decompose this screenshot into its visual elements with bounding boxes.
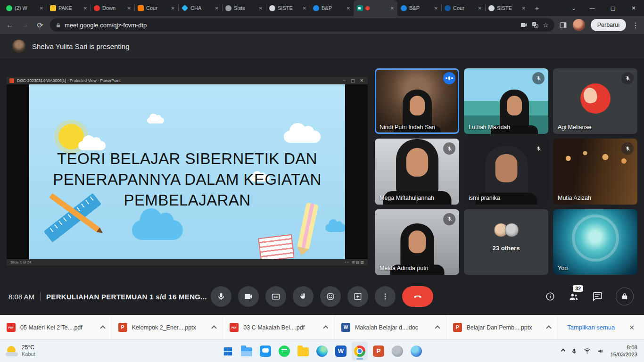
- tab-close-icon[interactable]: ✕: [522, 6, 526, 11]
- bookmark-star-icon[interactable]: ☆: [543, 21, 549, 29]
- participant-tile[interactable]: Nindi Putri Indah Sari: [375, 68, 459, 134]
- back-button[interactable]: ←: [5, 21, 15, 29]
- spotify-icon[interactable]: [276, 342, 292, 361]
- tab-close-icon[interactable]: ✕: [83, 6, 87, 11]
- chevron-up-icon[interactable]: [435, 325, 440, 330]
- participant-tile[interactable]: Melda Adinda putri: [375, 209, 459, 275]
- profile-avatar[interactable]: [573, 19, 585, 31]
- wifi-icon[interactable]: [584, 348, 591, 354]
- tab-close-icon[interactable]: ✕: [303, 6, 306, 11]
- browser-tab-meet-active[interactable]: ✕: [354, 0, 397, 16]
- file-explorer-icon[interactable]: [239, 342, 255, 361]
- chevron-up-icon[interactable]: [323, 325, 328, 330]
- mic-off-icon: [532, 142, 545, 155]
- browser-tab[interactable]: B&P✕: [310, 0, 354, 16]
- site-favicon-icon: [401, 5, 407, 11]
- browser-tab[interactable]: SISTE✕: [485, 0, 529, 16]
- tab-close-icon[interactable]: ✕: [127, 6, 131, 11]
- overflow-participants-tile[interactable]: 23 others: [464, 209, 548, 275]
- participant-tile[interactable]: ismi pranika: [464, 139, 548, 204]
- tray-clock[interactable]: 8:08 15/03/2023: [610, 344, 637, 358]
- forward-button[interactable]: →: [20, 21, 30, 29]
- captions-button[interactable]: CC: [265, 286, 286, 307]
- show-all-downloads-link[interactable]: Tampilkan semua: [567, 324, 615, 331]
- browser-tab[interactable]: Siste✕: [222, 0, 266, 16]
- meet-control-bar: 8:08 AM PERKULIAHAN PERTEMUAN 1 s/d 16 M…: [0, 278, 644, 315]
- ppt-minimize-icon[interactable]: –: [343, 78, 346, 83]
- window-close-button[interactable]: ✕: [623, 0, 644, 16]
- new-tab-button[interactable]: +: [531, 2, 543, 14]
- translate-icon[interactable]: Aa: [531, 21, 539, 29]
- chat-app-icon[interactable]: [257, 342, 273, 361]
- update-browser-button[interactable]: Perbarui: [591, 19, 626, 31]
- window-maximize-button[interactable]: ▢: [603, 0, 623, 16]
- browser-tab[interactable]: (2) W✕: [3, 0, 47, 16]
- side-panel-icon[interactable]: [559, 21, 567, 29]
- browser-menu-icon[interactable]: ⋮: [632, 21, 639, 30]
- chevron-up-icon[interactable]: [546, 325, 551, 330]
- end-call-button[interactable]: [402, 286, 433, 307]
- tab-search-icon[interactable]: ⌄: [566, 0, 582, 16]
- tab-close-icon[interactable]: ✕: [390, 6, 394, 11]
- window-minimize-button[interactable]: —: [582, 0, 603, 16]
- download-item[interactable]: P Belajar Dan Pemb....pptx: [446, 315, 558, 339]
- host-controls-lock-icon[interactable]: [616, 288, 634, 305]
- participants-icon[interactable]: 32: [569, 291, 579, 302]
- participant-tile[interactable]: Agi Melianse: [553, 68, 637, 134]
- powerpoint-taskbar-icon[interactable]: P: [371, 342, 387, 361]
- participant-tile[interactable]: Mega Miftahuljannah: [375, 139, 459, 204]
- ppt-maximize-icon[interactable]: ▢: [351, 78, 355, 83]
- chrome-icon-active[interactable]: [352, 342, 368, 361]
- view-mode-icons[interactable]: ⊞ ▤ ▥: [352, 260, 364, 264]
- misc-app-icon[interactable]: [408, 342, 424, 361]
- camera-button[interactable]: [238, 286, 259, 307]
- close-downloads-bar-icon[interactable]: ✕: [629, 324, 635, 331]
- volume-icon[interactable]: [597, 348, 604, 354]
- camera-in-use-icon[interactable]: [520, 21, 528, 29]
- participant-tile[interactable]: Mutia Azizah: [553, 139, 637, 204]
- download-item[interactable]: W Makalah Belajar d....doc: [335, 315, 446, 339]
- browser-tab[interactable]: CHA✕: [178, 0, 222, 16]
- raise-hand-button[interactable]: [293, 286, 314, 307]
- tray-overflow-chevron-icon[interactable]: [561, 349, 566, 354]
- participant-tile[interactable]: Lutfiah Mazidah: [464, 68, 548, 134]
- tray-mic-icon[interactable]: [571, 348, 578, 354]
- present-button[interactable]: [347, 286, 368, 307]
- tab-close-icon[interactable]: ✕: [347, 6, 350, 11]
- chevron-up-icon[interactable]: [212, 325, 217, 330]
- download-item[interactable]: PDF 03 C Makalah Bel....pdf: [223, 315, 335, 339]
- utility-app-icon[interactable]: [389, 342, 405, 361]
- mic-button[interactable]: [211, 286, 231, 307]
- chevron-up-icon[interactable]: [100, 325, 105, 330]
- browser-tab[interactable]: Cour✕: [134, 0, 178, 16]
- tab-close-icon[interactable]: ✕: [171, 6, 175, 11]
- tab-close-icon[interactable]: ✕: [259, 6, 263, 11]
- browser-tab[interactable]: PAKE✕: [47, 0, 91, 16]
- reactions-button[interactable]: [320, 286, 341, 307]
- word-icon[interactable]: W: [333, 342, 349, 361]
- weather-widget[interactable]: 25°C Kabut: [0, 344, 41, 358]
- slide-nav-icons[interactable]: ‹ ›: [345, 260, 349, 264]
- tab-close-icon[interactable]: ✕: [434, 6, 438, 11]
- shared-presentation-window[interactable]: DOC-20230314-WA0006[1] - Protected View …: [7, 77, 368, 265]
- reload-button[interactable]: ⟳: [35, 21, 45, 30]
- browser-tab[interactable]: B&P✕: [397, 0, 441, 16]
- browser-tab[interactable]: Down✕: [91, 0, 134, 16]
- edge-icon[interactable]: [314, 342, 330, 361]
- address-bar[interactable]: meet.google.com/qjz-fcvm-dtp Aa ☆: [50, 18, 554, 32]
- browser-tab[interactable]: SISTE✕: [266, 0, 310, 16]
- meeting-info-icon[interactable]: [545, 291, 555, 302]
- folder-icon[interactable]: [295, 342, 311, 361]
- self-view-tile[interactable]: You: [553, 209, 637, 275]
- download-item[interactable]: P Kelompok 2_Ener....pptx: [112, 315, 223, 339]
- more-options-button[interactable]: [375, 286, 396, 307]
- chat-icon[interactable]: [592, 291, 603, 302]
- browser-tab[interactable]: Cour✕: [441, 0, 485, 16]
- blue-cloud-decoration: [132, 220, 183, 240]
- start-button[interactable]: [220, 342, 236, 361]
- ppt-close-icon[interactable]: ✕: [360, 78, 363, 83]
- tab-close-icon[interactable]: ✕: [215, 6, 219, 11]
- tab-close-icon[interactable]: ✕: [478, 6, 482, 11]
- tab-close-icon[interactable]: ✕: [40, 6, 43, 11]
- download-item[interactable]: PDF 05 Materi Kel 2 Te....pdf: [0, 315, 112, 339]
